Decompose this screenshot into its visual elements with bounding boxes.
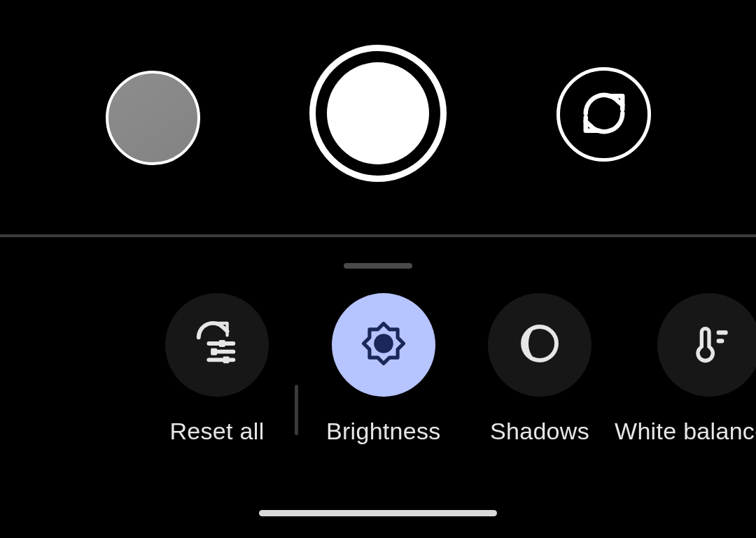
svg-rect-4 xyxy=(211,348,217,355)
panel-drag-handle[interactable] xyxy=(344,263,412,269)
svg-rect-10 xyxy=(716,339,724,343)
tool-brightness[interactable]: Brightness xyxy=(326,293,441,445)
adjustment-tools-row: Reset all Brightness xyxy=(0,293,756,433)
tool-shadows[interactable]: Shadows xyxy=(488,293,592,445)
adjustments-panel: Reset all Brightness xyxy=(0,237,756,538)
shutter-inner xyxy=(327,62,429,164)
tool-label: Shadows xyxy=(488,418,592,445)
switch-camera-button[interactable] xyxy=(556,67,651,162)
tool-reset-all[interactable]: Reset all xyxy=(165,293,269,445)
reset-sliders-icon xyxy=(192,319,241,371)
home-indicator[interactable] xyxy=(259,510,497,516)
thermometer-icon xyxy=(687,321,732,369)
tool-label: Reset all xyxy=(165,418,269,445)
tool-label: Brightness xyxy=(326,418,441,445)
shutter-button[interactable] xyxy=(309,45,447,182)
brightness-icon xyxy=(358,318,409,371)
tool-divider xyxy=(295,385,298,435)
switch-camera-icon xyxy=(580,89,629,141)
camera-top-bar xyxy=(0,0,756,237)
svg-rect-3 xyxy=(219,340,225,347)
tool-white-balance[interactable]: White balance xyxy=(650,293,756,445)
svg-point-7 xyxy=(374,334,393,353)
svg-rect-5 xyxy=(223,356,230,363)
tool-label: White balance xyxy=(615,418,756,445)
svg-rect-9 xyxy=(716,330,727,334)
gallery-thumbnail[interactable] xyxy=(106,71,200,165)
shadows-icon xyxy=(517,321,562,369)
